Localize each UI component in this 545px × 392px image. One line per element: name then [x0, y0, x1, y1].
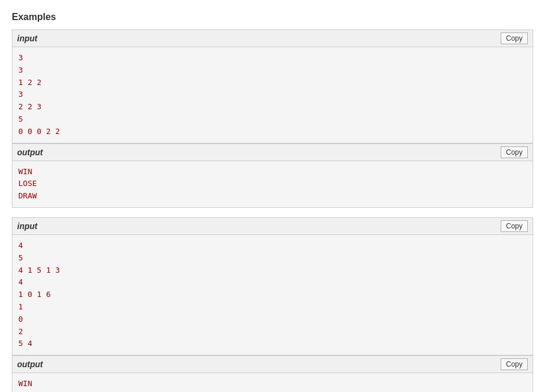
example-2-output-block: output Copy WIN WIN DRAW WIN — [12, 355, 533, 392]
example-2-input-copy-button[interactable]: Copy — [501, 220, 528, 232]
example-2-input-block: input Copy 4 5 4 1 5 1 3 4 1 0 1 6 1 0 2… — [12, 217, 533, 355]
examples-container: input Copy 3 3 1 2 2 3 2 2 3 5 0 0 0 2 2… — [12, 30, 533, 392]
example-1-input-header: input Copy — [12, 30, 533, 47]
example-2-input-label: input — [17, 221, 37, 231]
example-1-output-copy-button[interactable]: Copy — [501, 146, 528, 158]
example-1-output-label: output — [17, 148, 43, 157]
section-title: Examples — [12, 12, 533, 22]
example-2-output-header: output Copy — [12, 356, 533, 373]
example-1-output-block: output Copy WIN LOSE DRAW — [12, 143, 533, 208]
example-2-output-copy-button[interactable]: Copy — [501, 358, 528, 370]
example-2-input-content: 4 5 4 1 5 1 3 4 1 0 1 6 1 0 2 5 4 — [12, 235, 533, 355]
example-2-output-content: WIN WIN DRAW WIN — [12, 373, 533, 392]
example-1-input-copy-button[interactable]: Copy — [501, 32, 528, 44]
example-2: input Copy 4 5 4 1 5 1 3 4 1 0 1 6 1 0 2… — [12, 217, 533, 392]
example-1-input-label: input — [17, 34, 37, 43]
example-1: input Copy 3 3 1 2 2 3 2 2 3 5 0 0 0 2 2… — [12, 30, 533, 208]
example-1-input-block: input Copy 3 3 1 2 2 3 2 2 3 5 0 0 0 2 2 — [12, 30, 533, 143]
example-1-input-content: 3 3 1 2 2 3 2 2 3 5 0 0 0 2 2 — [12, 47, 533, 143]
example-2-output-label: output — [17, 360, 43, 369]
example-1-output-content: WIN LOSE DRAW — [12, 161, 533, 207]
example-1-output-header: output Copy — [12, 144, 533, 161]
example-2-input-header: input Copy — [12, 218, 533, 235]
